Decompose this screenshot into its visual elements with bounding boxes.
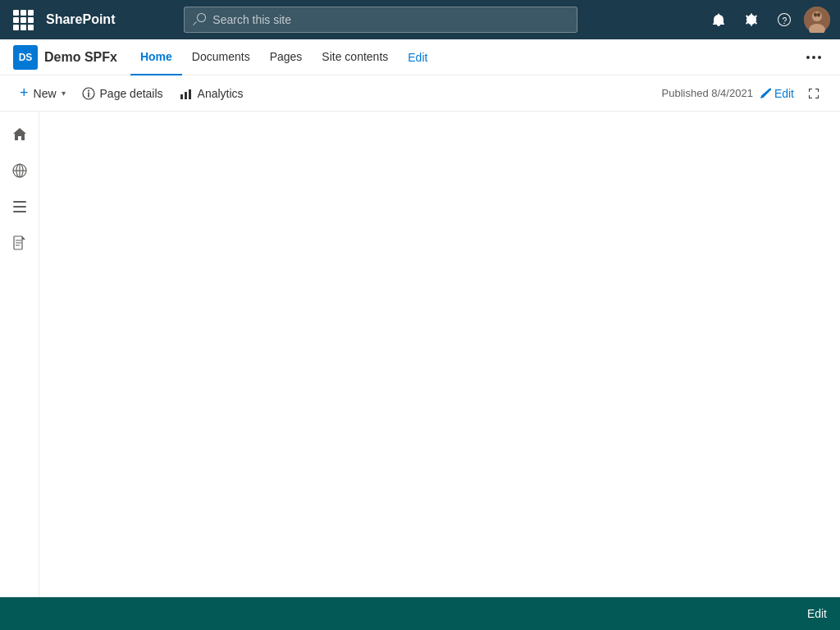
sidebar-page-icon[interactable] bbox=[3, 226, 36, 259]
waffle-menu-icon[interactable] bbox=[10, 7, 36, 33]
svg-point-6 bbox=[812, 56, 815, 59]
new-label: New bbox=[34, 87, 57, 100]
svg-rect-10 bbox=[185, 92, 187, 99]
svg-rect-18 bbox=[13, 211, 26, 212]
chevron-down-icon: ▾ bbox=[62, 89, 66, 98]
site-nav-tabs: Home Documents Pages Site contents Edit bbox=[130, 39, 437, 75]
nav-tab-pages[interactable]: Pages bbox=[260, 39, 313, 75]
site-logo-badge: DS bbox=[13, 45, 38, 70]
nav-tab-edit[interactable]: Edit bbox=[398, 39, 437, 75]
help-icon[interactable] bbox=[771, 7, 797, 33]
svg-rect-9 bbox=[180, 94, 183, 99]
page-details-button[interactable]: Page details bbox=[75, 80, 170, 107]
bottom-edit-button[interactable]: Edit bbox=[807, 607, 827, 620]
site-name: Demo SPFx bbox=[44, 50, 117, 65]
search-bar[interactable] bbox=[184, 7, 578, 33]
nav-more-button[interactable] bbox=[801, 44, 827, 71]
sharepoint-logo: SharePoint bbox=[46, 12, 115, 27]
notifications-icon[interactable] bbox=[705, 7, 732, 33]
svg-point-5 bbox=[806, 56, 810, 59]
expand-icon[interactable] bbox=[801, 80, 827, 107]
analytics-icon bbox=[180, 87, 193, 100]
site-navigation-bar: DS Demo SPFx Home Documents Pages Site c… bbox=[0, 39, 840, 75]
main-content-area bbox=[39, 112, 840, 597]
page-toolbar: + New ▾ Page details Analytics Published… bbox=[0, 75, 840, 112]
toolbar-right: Published 8/4/2021 Edit bbox=[662, 80, 827, 107]
site-logo: DS Demo SPFx bbox=[13, 45, 117, 70]
plus-icon: + bbox=[20, 84, 29, 102]
svg-point-7 bbox=[818, 56, 821, 59]
search-input[interactable] bbox=[212, 13, 568, 26]
analytics-label: Analytics bbox=[198, 87, 244, 100]
settings-icon[interactable] bbox=[738, 7, 765, 33]
top-navigation-bar: SharePoint bbox=[0, 0, 840, 39]
edit-button[interactable]: Edit bbox=[760, 87, 794, 100]
avatar[interactable] bbox=[804, 7, 830, 33]
published-label: Published 8/4/2021 bbox=[662, 87, 753, 99]
analytics-button[interactable]: Analytics bbox=[173, 80, 250, 107]
search-icon bbox=[193, 13, 206, 26]
sidebar-globe-icon[interactable] bbox=[3, 154, 36, 187]
nav-tab-documents[interactable]: Documents bbox=[182, 39, 260, 75]
sidebar-list-icon[interactable] bbox=[3, 190, 36, 223]
edit-icon bbox=[760, 88, 771, 99]
new-button[interactable]: + New ▾ bbox=[13, 80, 72, 107]
top-bar-actions bbox=[705, 7, 830, 33]
svg-point-3 bbox=[814, 13, 817, 17]
page-details-label: Page details bbox=[100, 87, 163, 100]
svg-rect-17 bbox=[13, 206, 26, 208]
page-details-icon bbox=[82, 87, 95, 100]
svg-rect-16 bbox=[13, 201, 26, 203]
left-sidebar bbox=[0, 112, 39, 597]
sidebar-home-icon[interactable] bbox=[3, 118, 36, 151]
bottom-bar: Edit bbox=[0, 597, 840, 630]
svg-point-4 bbox=[817, 13, 820, 17]
main-layout bbox=[0, 112, 840, 597]
svg-rect-11 bbox=[189, 89, 191, 99]
nav-tab-site-contents[interactable]: Site contents bbox=[312, 39, 398, 75]
nav-tab-home[interactable]: Home bbox=[130, 39, 182, 75]
toolbar-left: + New ▾ Page details Analytics bbox=[13, 80, 250, 107]
svg-point-1 bbox=[812, 11, 822, 21]
edit-label: Edit bbox=[774, 87, 794, 100]
